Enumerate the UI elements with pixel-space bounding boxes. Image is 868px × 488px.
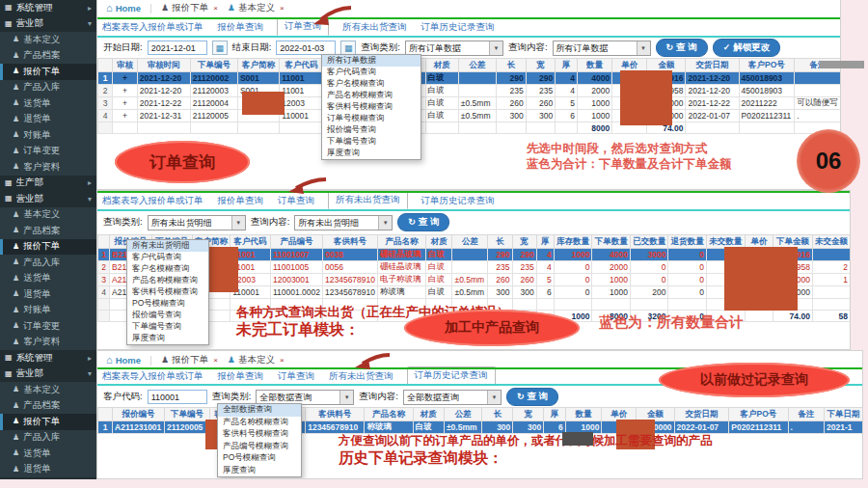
sidebar-item-product-inbound[interactable]: ♟产品入库 — [0, 80, 96, 96]
column-header[interactable]: 报价编号 — [113, 408, 165, 421]
dropdown-option[interactable]: 厚度查询 — [218, 465, 301, 477]
dropdown-option[interactable]: 客户名模糊查询 — [127, 263, 208, 275]
close-icon[interactable]: × — [280, 4, 285, 13]
column-header[interactable]: 产品名称 — [378, 235, 426, 249]
tab-order-query[interactable]: 订单查询 — [277, 368, 315, 385]
start-date-input[interactable] — [148, 41, 207, 55]
tab-quote-query[interactable]: 报价单查询 — [217, 19, 265, 36]
query-button[interactable]: ↻ 查 询 — [397, 213, 449, 231]
sidebar-item-customer-info[interactable]: ♟客户资料 — [0, 335, 96, 351]
sidebar-section-system[interactable]: ▦系统管理▸ — [0, 350, 96, 366]
tab-unshipped-query[interactable]: 所有未出货查询 — [328, 368, 394, 385]
dropdown-option[interactable]: 所有未出货明细 — [127, 240, 208, 252]
column-header[interactable]: 审核时间 — [137, 59, 190, 72]
tab-quote-query[interactable]: 报价单查询 — [217, 193, 265, 209]
sidebar-item-product-archive[interactable]: ♟产品档案 — [0, 48, 96, 65]
dropdown-option[interactable]: 全部数据查询 — [218, 404, 301, 417]
query-button[interactable]: ↻ 查 询 — [656, 39, 708, 57]
home-link[interactable]: ⌂ Home — [106, 355, 141, 366]
column-header[interactable]: 审核 — [113, 59, 138, 72]
home-link[interactable]: ⌂ Home — [106, 3, 141, 14]
calendar-icon[interactable]: ▦ — [340, 41, 356, 55]
sidebar-section-system[interactable]: ▦系统管理▸ — [0, 0, 96, 16]
column-header[interactable] — [98, 59, 113, 72]
column-header[interactable]: 库存数量 — [554, 235, 592, 249]
dropdown-option[interactable]: 客供料号模糊查询 — [127, 286, 208, 298]
sidebar-item-basic-definition[interactable]: ♟基本定义 — [0, 32, 96, 48]
query-button[interactable]: ↻ 查 询 — [506, 388, 558, 406]
dropdown-option[interactable]: 订单号模糊查询 — [322, 113, 420, 124]
sidebar-item-basic-definition[interactable]: ♟基本定义 — [0, 207, 96, 224]
column-header[interactable]: 宽 — [526, 59, 555, 72]
column-header[interactable]: 长 — [488, 235, 512, 249]
sidebar-section-sales[interactable]: ▦营业部▾ — [0, 16, 96, 33]
sidebar-item-quote-order[interactable]: ♟报价下单 — [0, 414, 96, 430]
column-header[interactable]: 长 — [497, 59, 526, 72]
dropdown-option[interactable]: 厚度查询 — [322, 148, 420, 159]
customer-code-input[interactable] — [148, 390, 207, 404]
dropdown-option[interactable]: 客供料号模糊查询 — [218, 428, 301, 441]
tab-quote-query[interactable]: 报价单查询 — [217, 368, 265, 385]
dropdown-option[interactable]: 客户代码查询 — [127, 252, 208, 263]
column-header[interactable]: 已交数量 — [630, 235, 668, 249]
content-select[interactable]: 所有未出货明细 ▼ — [294, 215, 393, 230]
column-header[interactable]: 材质 — [425, 59, 458, 72]
dropdown-option[interactable]: 产品名称模糊查询 — [322, 90, 420, 101]
unlock-changes-button[interactable]: ✓ 解锁更改 — [713, 39, 781, 57]
sidebar-item-customer-info[interactable]: ♟客户资料 — [0, 159, 96, 176]
end-date-input[interactable] — [276, 41, 336, 55]
column-header[interactable]: 材质 — [413, 408, 444, 421]
column-header[interactable]: 未交金额 — [812, 235, 850, 249]
sidebar-item-quote-order[interactable]: ♟报价下单 — [0, 239, 96, 256]
sidebar-section-sales[interactable]: ▦营业部▾ — [0, 366, 96, 383]
column-header[interactable]: 公差 — [452, 235, 488, 249]
column-header[interactable]: 产品编号 — [270, 235, 322, 249]
window-tab-basic-definition[interactable]: ♟ 基本定义 × — [228, 354, 285, 366]
column-header[interactable]: 下单日期 — [824, 408, 862, 421]
dropdown-option[interactable]: 产品名称模糊查询 — [218, 417, 301, 429]
sidebar-section-production[interactable]: ▦生产部▸ — [0, 176, 96, 192]
close-icon[interactable]: × — [213, 356, 218, 365]
tab-order-history-query[interactable]: 订单历史记录查询 — [420, 19, 496, 36]
column-header[interactable]: 客户PO号 — [739, 59, 795, 72]
sidebar-item-product-archive[interactable]: ♟产品档案 — [0, 398, 96, 415]
sidebar-item-product-inbound[interactable]: ♟产品入库 — [0, 255, 96, 271]
sidebar-item-order-change[interactable]: ♟订单变更 — [0, 318, 96, 335]
sidebar-item-product-inbound[interactable]: ♟产品入库 — [0, 430, 96, 447]
dropdown-option[interactable]: 下单编号查询 — [322, 136, 420, 148]
tab-unshipped-query[interactable]: 所有未出货查询 — [328, 191, 408, 209]
dropdown-option[interactable]: 报价编号查询 — [127, 310, 208, 321]
table-row[interactable]: 2+2021-12-2021120003S0011100111001005硼硅晶… — [98, 85, 841, 97]
sidebar-item-product-archive[interactable]: ♟产品档案 — [0, 223, 96, 239]
scrollbar-thumb[interactable] — [820, 61, 864, 68]
dropdown-option[interactable]: PO号模糊查询 — [127, 298, 208, 310]
sidebar-item-return-note[interactable]: ♟退货单 — [0, 286, 96, 303]
column-header[interactable]: 数量 — [565, 408, 602, 421]
column-header[interactable]: 客户简称 — [237, 59, 279, 72]
dropdown-option[interactable]: 所有订单数据 — [322, 55, 420, 67]
column-header[interactable]: 客供料号 — [323, 235, 378, 249]
dropdown-option[interactable]: 下单编号查询 — [127, 321, 208, 333]
sidebar-item-basic-definition[interactable]: ♟基本定义 — [0, 382, 96, 398]
sidebar-item-delivery-note[interactable]: ♟送货单 — [0, 446, 96, 462]
sidebar-item-order-change[interactable]: ♟订单变更 — [0, 144, 96, 160]
window-tab-basic-definition[interactable]: ♟ 基本定义 × — [228, 2, 285, 14]
column-header[interactable]: 下单编号 — [164, 408, 209, 421]
column-header[interactable]: 交货日期 — [674, 408, 729, 421]
tab-order-query[interactable]: 订单查询 — [277, 193, 315, 209]
calendar-icon[interactable]: ▦ — [212, 41, 228, 55]
sidebar-item-return-note[interactable]: ♟退货单 — [0, 462, 96, 478]
column-header[interactable]: 公差 — [444, 408, 482, 421]
table-row[interactable]: 4+2021-12-3121120005110001110001.00白玻±0.… — [98, 110, 841, 122]
dropdown-option[interactable]: 厚度查询 — [127, 333, 208, 344]
column-header[interactable]: 厚 — [536, 235, 554, 249]
sidebar-item-return-note[interactable]: ♟退货单 — [0, 112, 96, 128]
column-header[interactable]: 客户PO号 — [729, 408, 788, 421]
content-select[interactable]: 全部数据查询 ▼ — [403, 390, 502, 405]
column-header[interactable]: 交货日期 — [686, 59, 739, 72]
column-header[interactable]: 退货数量 — [668, 235, 707, 249]
table-row[interactable]: 1+2021-12-2021120002S0011100111001007硼硅晶… — [98, 72, 841, 85]
column-header[interactable]: 厚 — [544, 408, 566, 421]
table-row[interactable]: 3+2021-12-22211200041200312003001电子称玻璃白玻… — [98, 97, 841, 110]
column-header[interactable]: 材质 — [425, 235, 451, 249]
